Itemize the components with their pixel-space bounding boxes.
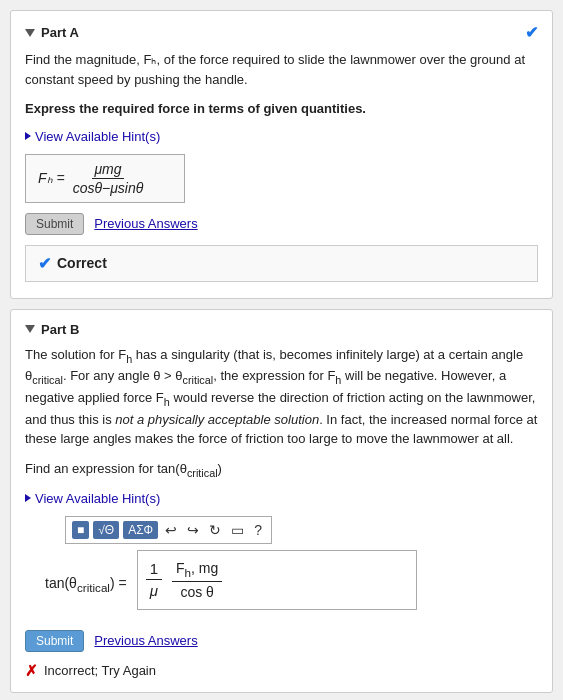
part-b-hint-link[interactable]: View Available Hint(s) (25, 491, 538, 506)
part-a-formula-row: Fₕ = μmg cosθ−μsinθ (38, 161, 172, 196)
answer-fraction-left: 1 μ (146, 560, 162, 599)
toolbar-matrix-btn[interactable]: ■ (72, 521, 89, 539)
hint-arrow-icon (25, 132, 31, 140)
part-a-desc-text: Find the magnitude, Fₕ, of the force req… (25, 52, 525, 87)
part-a-hint-link[interactable]: View Available Hint(s) (25, 129, 538, 144)
formula-lhs: Fₕ = (38, 170, 65, 186)
incorrect-label: Incorrect; Try Again (44, 663, 156, 678)
box-icon[interactable]: ▭ (228, 520, 247, 540)
refresh-icon[interactable]: ↻ (206, 520, 224, 540)
part-a-toggle-icon[interactable] (25, 29, 35, 37)
answer-formula: 1 μ Fh, mg cos θ (146, 560, 223, 600)
answer-input-box[interactable]: 1 μ Fh, mg cos θ (137, 550, 417, 610)
answer-fraction-right: Fh, mg cos θ (172, 560, 222, 600)
part-b-submit-button[interactable]: Submit (25, 630, 84, 652)
correct-checkmark-icon: ✔ (38, 254, 51, 273)
part-a-formula-box: Fₕ = μmg cosθ−μsinθ (25, 154, 185, 203)
answer-num-fhmg: Fh, mg (172, 560, 222, 582)
math-editor-toolbar: ■ √Θ AΣΦ ↩ ↪ ↻ ▭ ? (65, 516, 272, 544)
part-b-label: Part B (41, 322, 79, 337)
formula-fraction: μmg cosθ−μsinθ (71, 161, 146, 196)
part-b-desc1: The solution for Fh has a singularity (t… (25, 347, 537, 447)
formula-denominator: cosθ−μsinθ (71, 179, 146, 196)
answer-den-mu: μ (146, 580, 162, 599)
part-a-prev-answers-link[interactable]: Previous Answers (94, 216, 197, 231)
part-a-instruction-text: Express the required force in terms of g… (25, 101, 366, 116)
answer-row: tan(θcritical) = 1 μ Fh, mg cos θ (45, 550, 538, 620)
correct-label: Correct (57, 255, 107, 271)
part-a-checkmark: ✔ (525, 23, 538, 42)
redo-icon[interactable]: ↪ (184, 520, 202, 540)
part-b-submit-row: Submit Previous Answers (25, 630, 538, 652)
toolbar-sqrt-btn[interactable]: √Θ (93, 521, 119, 539)
incorrect-x-icon: ✗ (25, 662, 38, 680)
part-a-description: Find the magnitude, Fₕ, of the force req… (25, 50, 538, 89)
answer-den-costheta: cos θ (176, 582, 217, 600)
answer-prefix-text: tan(θcritical) = (45, 575, 127, 594)
page: Part A ✔ Find the magnitude, Fₕ, of the … (0, 0, 563, 700)
part-b-section: Part B The solution for Fh has a singula… (10, 309, 553, 693)
answer-num-1: 1 (146, 560, 162, 580)
undo-icon[interactable]: ↩ (162, 520, 180, 540)
part-b-find-label: Find an expression for tan(θcritical) (25, 459, 538, 481)
part-b-hint-arrow-icon (25, 494, 31, 502)
part-a-hint-label: View Available Hint(s) (35, 129, 160, 144)
part-a-submit-row: Submit Previous Answers (25, 213, 538, 235)
part-b-hint-label: View Available Hint(s) (35, 491, 160, 506)
part-a-submit-button[interactable]: Submit (25, 213, 84, 235)
help-icon[interactable]: ? (251, 520, 265, 540)
part-b-toggle-icon[interactable] (25, 325, 35, 333)
part-a-instruction: Express the required force in terms of g… (25, 99, 538, 119)
part-b-header: Part B (25, 322, 538, 337)
part-a-section: Part A ✔ Find the magnitude, Fₕ, of the … (10, 10, 553, 299)
part-b-prev-answers-link[interactable]: Previous Answers (94, 633, 197, 648)
part-a-label: Part A (41, 25, 79, 40)
math-toolbar-wrapper: ■ √Θ AΣΦ ↩ ↪ ↻ ▭ ? (65, 516, 538, 544)
part-b-find-text: Find an expression for tan(θcritical) (25, 461, 222, 476)
part-b-description: The solution for Fh has a singularity (t… (25, 345, 538, 449)
part-a-correct-box: ✔ Correct (25, 245, 538, 282)
formula-numerator: μmg (92, 161, 123, 179)
part-a-header: Part A ✔ (25, 23, 538, 42)
incorrect-row: ✗ Incorrect; Try Again (25, 662, 538, 680)
toolbar-asigma-btn[interactable]: AΣΦ (123, 521, 158, 539)
